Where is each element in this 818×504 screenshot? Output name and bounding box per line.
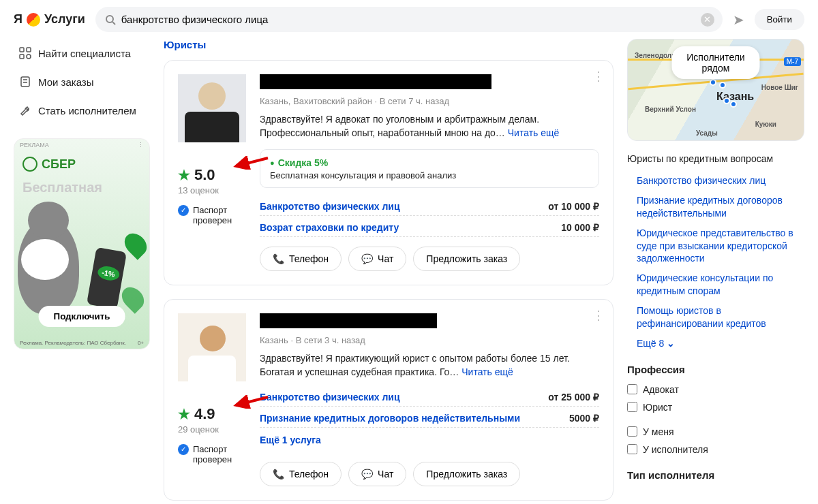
service-price: 10 000 ₽ [561, 222, 599, 233]
specialist-card: ⋮ ★4.9 29 оценок ✓Паспорт проверен Казан… [164, 299, 614, 501]
ad-menu-icon[interactable]: ⋮ [138, 142, 144, 148]
chat-button[interactable]: 💬Чат [348, 462, 406, 486]
star-icon: ★ [178, 406, 190, 422]
read-more-link[interactable]: Читать ещё [461, 366, 513, 377]
card-menu-icon[interactable]: ⋮ [592, 308, 605, 323]
card-description: Здравствуйте! Я практикующий юрист с опы… [260, 352, 599, 379]
service-price: от 25 000 ₽ [548, 392, 599, 403]
sidebar-label: Найти специалиста [38, 48, 131, 59]
service-link[interactable]: Банкротство физических лиц [260, 392, 400, 403]
logo-text: Услуги [44, 12, 85, 27]
chat-icon: 💬 [361, 253, 373, 264]
more-services-link[interactable]: Ещё 1 услуга [260, 435, 321, 445]
svg-point-5 [27, 54, 31, 59]
filter-link[interactable]: Помощь юристов в рефинансировании кредит… [627, 301, 804, 334]
ad-badge: РЕКЛАМА [20, 142, 49, 148]
svg-point-0 [106, 16, 113, 22]
card-meta: Казань · В сети 3 ч. назад [260, 335, 599, 345]
route-badge: М-7 [784, 57, 801, 66]
search-input[interactable] [95, 7, 723, 32]
login-button[interactable]: Войти [755, 9, 804, 30]
redacted-name [260, 313, 437, 328]
sidebar-label: Стать исполнителем [38, 105, 136, 116]
promo-subtitle: Бесплатная консультация и правовой анали… [270, 170, 589, 180]
ad-cta-button[interactable]: Подключить [39, 306, 125, 327]
rating: ★5.0 [178, 166, 246, 184]
service-link[interactable]: Возрат страховки по кредиту [260, 222, 399, 233]
read-more-link[interactable]: Читать ещё [508, 127, 560, 138]
rating-count: 13 оценок [178, 185, 246, 195]
svg-line-1 [112, 22, 115, 25]
sidebar-item-orders[interactable]: Мои заказы [14, 67, 150, 96]
filter-link[interactable]: Банкротство физических лиц [627, 171, 804, 191]
checkbox-advokat[interactable]: Адвокат [627, 381, 804, 398]
avatar[interactable] [178, 74, 246, 142]
ad-age: 0+ [138, 340, 144, 346]
ad-banner[interactable]: РЕКЛАМА⋮ СБЕР Бесплатная Подключить Рекл… [14, 138, 150, 349]
checkbox-at-mine[interactable]: У меня [627, 423, 804, 441]
sidebar-item-become[interactable]: Стать исполнителем [14, 96, 150, 125]
service-row: Признание кредитных договоров недействит… [260, 409, 599, 428]
sidebar-label: Мои заказы [38, 76, 94, 88]
chat-icon: 💬 [361, 469, 373, 479]
submit-search-icon[interactable]: ➤ [733, 12, 744, 28]
map-pin-icon [710, 79, 716, 86]
check-icon: ✓ [178, 444, 189, 455]
svg-rect-3 [27, 48, 31, 52]
filter-link[interactable]: Юридическое представительство в суде при… [627, 223, 804, 269]
chat-button[interactable]: 💬Чат [348, 247, 406, 271]
filter-link[interactable]: Юридические консультации по кредитным сп… [627, 268, 804, 301]
map-pin-icon [723, 97, 730, 104]
grid-icon [19, 47, 31, 59]
map[interactable]: М-7 Зеленодольск Казань Новое Шиг Верхни… [627, 39, 804, 141]
phone-button[interactable]: 📞Телефон [260, 247, 342, 271]
search-icon [105, 14, 116, 27]
specialist-card: ⋮ ★5.0 13 оценок ✓Паспорт проверен Казан… [164, 60, 614, 285]
ad-title: Бесплатная [14, 177, 149, 198]
page-title[interactable]: Юристы [164, 39, 614, 50]
wrench-icon [19, 104, 31, 116]
map-nearby-button[interactable]: Исполнители рядом [672, 46, 760, 79]
service-price: от 10 000 ₽ [548, 201, 599, 212]
ad-legal: Реклама. Рекламодатель: ПАО Сбербанк. [20, 340, 126, 346]
verified-badge: ✓Паспорт проверен [178, 444, 246, 464]
service-row: Банкротство физических лицот 25 000 ₽ [260, 388, 599, 407]
phone-button[interactable]: 📞Телефон [260, 462, 342, 486]
orders-icon [19, 76, 31, 88]
filter-heading: Юристы по кредитным вопросам [627, 153, 804, 164]
svg-rect-6 [21, 77, 29, 86]
rating-count: 29 оценок [178, 424, 246, 435]
clear-icon[interactable]: ✕ [701, 13, 714, 27]
show-more-link[interactable]: Ещё 8 [627, 334, 804, 353]
svg-rect-2 [20, 48, 24, 52]
card-menu-icon[interactable]: ⋮ [592, 69, 605, 84]
ad-brand: СБЕР [42, 157, 76, 172]
service-link[interactable]: Банкротство физических лиц [260, 201, 400, 212]
logo-icon [27, 13, 40, 27]
profession-heading: Профессия [627, 364, 804, 375]
logo[interactable]: Я Услуги [14, 12, 85, 27]
discount-badge: Скидка 5% [270, 157, 328, 168]
redacted-name [260, 74, 491, 89]
sber-icon [22, 157, 37, 172]
verified-badge: ✓Паспорт проверен [178, 205, 246, 225]
rating: ★4.9 [178, 405, 246, 423]
promo-box: Скидка 5% Бесплатная консультация и прав… [260, 149, 599, 188]
phone-icon: 📞 [273, 469, 284, 479]
checkbox-at-theirs[interactable]: У исполнителя [627, 441, 804, 458]
service-row: Банкротство физических лицот 10 000 ₽ [260, 198, 599, 216]
check-icon: ✓ [178, 205, 189, 216]
avatar[interactable] [178, 313, 246, 381]
star-icon: ★ [178, 167, 190, 183]
service-link[interactable]: Признание кредитных договоров недействит… [260, 413, 520, 424]
offer-button[interactable]: Предложить заказ [413, 247, 520, 271]
map-pin-icon [719, 82, 726, 89]
map-pin-icon [730, 101, 737, 108]
filter-link[interactable]: Признание кредитных договоров недействит… [627, 191, 804, 223]
card-meta: Казань, Вахитовский район · В сети 7 ч. … [260, 96, 599, 106]
checkbox-yurist[interactable]: Юрист [627, 398, 804, 416]
sidebar-item-find[interactable]: Найти специалиста [14, 39, 150, 67]
type-heading: Тип исполнителя [627, 469, 804, 481]
offer-button[interactable]: Предложить заказ [413, 462, 520, 486]
card-description: Здравствуйте! Я адвокат по уголовным и а… [260, 113, 599, 140]
